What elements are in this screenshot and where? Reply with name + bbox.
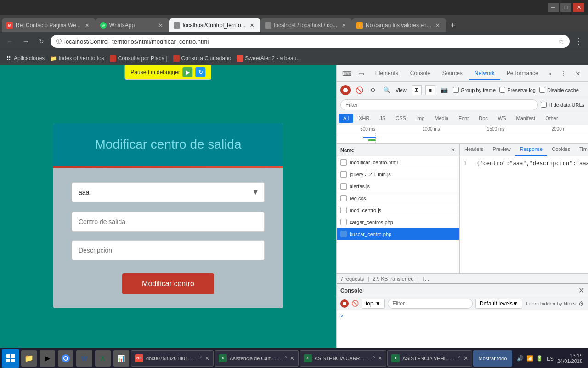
new-tab-button[interactable]: + (446, 18, 460, 32)
resp-tab-response[interactable]: Response (515, 144, 548, 156)
chrome-taskbar[interactable] (58, 350, 74, 367)
console-clear-button[interactable]: 🚫 (351, 300, 359, 307)
tab-localhost-co[interactable]: localhost / localhost / co... ✕ (260, 18, 352, 32)
media-player-taskbar[interactable]: ▶ (40, 350, 55, 367)
console-filter-input[interactable] (388, 299, 473, 309)
console-input[interactable] (346, 313, 584, 319)
tab-whatsapp[interactable]: W WhatsApp ✕ (96, 18, 169, 32)
bookmark-icon[interactable]: ☆ (558, 38, 564, 45)
taskbar-pdf-close[interactable]: ✕ (205, 355, 209, 362)
disable-cache-label[interactable]: Disable cache (539, 87, 579, 93)
resp-tab-cookies[interactable]: Cookies (547, 144, 575, 156)
bookmark-aplicaciones[interactable]: ⠿ Aplicaciones (6, 55, 45, 62)
step-button[interactable]: ↻ (196, 67, 206, 77)
group-by-frame-label[interactable]: Group by frame (453, 87, 496, 93)
filter-icon[interactable]: ⚙ (368, 85, 378, 95)
reload-button[interactable]: ↻ (35, 35, 48, 48)
nf-tab-doc[interactable]: Doc (474, 114, 492, 123)
maximize-button[interactable]: □ (560, 3, 571, 12)
taskbar-excel3-button[interactable]: X ASISTENCIA VEHI....xlsx ^ ✕ (387, 350, 472, 367)
console-record-button[interactable] (340, 299, 349, 308)
word-taskbar[interactable]: W (76, 350, 92, 367)
close-detail-button[interactable]: ✕ (451, 147, 455, 153)
preserve-log-checkbox[interactable] (499, 87, 505, 93)
nf-tab-ws[interactable]: WS (493, 114, 511, 123)
nf-tab-font[interactable]: Font (454, 114, 473, 123)
bookmark-index[interactable]: 📁 Index of /territorios (50, 55, 104, 62)
taskbar-pdf-button[interactable]: PDF doc007588201801....pdf ^ ✕ (131, 350, 214, 367)
disable-cache-checkbox[interactable] (539, 87, 545, 93)
devtools-device-icon[interactable]: ⌨ (340, 67, 353, 80)
preserve-log-label[interactable]: Preserve log (499, 87, 536, 93)
record-button[interactable] (340, 85, 351, 95)
taskbar-excel1-close[interactable]: ✕ (290, 355, 294, 362)
tab-localhost-control[interactable]: localhost/Control_territo... ✕ (169, 18, 260, 32)
nf-tab-all[interactable]: All (339, 114, 353, 123)
devtools-settings-icon[interactable]: ⋮ (557, 67, 570, 80)
tab-localhost-control-close[interactable]: ✕ (249, 22, 256, 29)
resume-button[interactable]: ▶ (183, 67, 193, 77)
taskbar-excel3-close[interactable]: ✕ (464, 355, 468, 362)
centro-salida-input[interactable] (72, 212, 265, 232)
bookmark-sweetalert[interactable]: SweetAlert2 - a beau... (237, 55, 301, 62)
file-row[interactable]: mod_centro.js (337, 204, 459, 216)
hide-data-urls-checkbox[interactable] (541, 102, 547, 108)
taskbar-pdf-expand[interactable]: ^ (200, 356, 202, 361)
file-row[interactable]: modificar_centro.html (337, 156, 459, 168)
nf-tab-media[interactable]: Media (430, 114, 453, 123)
tab-whatsapp-close[interactable]: ✕ (157, 22, 164, 29)
resp-tab-preview[interactable]: Preview (488, 144, 515, 156)
devtools-close-button[interactable]: ✕ (571, 67, 584, 80)
tab-localhost-co-close[interactable]: ✕ (340, 22, 347, 29)
console-levels-selector[interactable]: Default levels ▼ (475, 299, 522, 309)
address-bar[interactable]: ⓘ localhost/Control_territorios/html/mod… (51, 35, 570, 48)
devtools-more-tabs[interactable]: » (545, 69, 555, 79)
group-by-frame-checkbox[interactable] (453, 87, 459, 93)
console-close-button[interactable]: ✕ (578, 286, 584, 295)
console-settings-icon[interactable]: ⚙ (578, 300, 584, 307)
devtools-tab-elements[interactable]: Elements (370, 67, 404, 80)
file-row[interactable]: cargar_centros.php (337, 216, 459, 228)
devtools-dock-icon[interactable]: ▭ (355, 67, 368, 80)
network-filter-input[interactable] (340, 99, 538, 110)
resp-tab-timing[interactable]: Timing (575, 144, 588, 156)
taskbar-excel1-expand[interactable]: ^ (285, 356, 287, 361)
nf-tab-xhr[interactable]: XHR (354, 114, 374, 123)
modificar-centro-button[interactable]: Modificar centro (122, 273, 214, 294)
nf-tab-other[interactable]: Other (541, 114, 563, 123)
forward-button[interactable]: → (19, 35, 32, 48)
taskbar-excel2-button[interactable]: X ASISTENCIA CARR....xlsx ^ ✕ (300, 350, 387, 367)
hide-data-urls-label[interactable]: Hide data URLs (541, 102, 584, 108)
file-row[interactable]: jquery-3.2.1.min.js (337, 168, 459, 180)
nf-tab-manifest[interactable]: Manifest (512, 114, 540, 123)
resp-tab-headers[interactable]: Headers (460, 144, 488, 156)
start-button[interactable] (2, 349, 19, 368)
devtools-tab-performance[interactable]: Performance (501, 67, 544, 80)
taskbar-excel2-expand[interactable]: ^ (373, 356, 375, 361)
file-row[interactable]: alertas.js (337, 180, 459, 192)
tab-no-cargan-close[interactable]: ✕ (434, 22, 441, 29)
nf-tab-img[interactable]: Img (412, 114, 429, 123)
file-row-selected[interactable]: buscar_centro.php (337, 228, 459, 240)
minimize-button[interactable]: ─ (548, 3, 559, 12)
search-icon[interactable]: 🔍 (382, 85, 392, 95)
devtools-tab-console[interactable]: Console (405, 67, 436, 80)
tab-no-cargan[interactable]: ! No cargan los valores en... ✕ (352, 18, 446, 32)
view-grid-button[interactable]: ⊞ (412, 85, 422, 95)
bookmark-consulta-ciudadano[interactable]: Consulta Ciudadano (173, 55, 232, 62)
bookmark-consulta-placa[interactable]: Consulta por Placa | (110, 55, 168, 62)
clear-network-button[interactable]: 🚫 (354, 85, 364, 95)
back-button[interactable]: ← (4, 35, 17, 48)
nf-tab-js[interactable]: JS (375, 114, 390, 123)
centro-select[interactable]: aaa (72, 182, 265, 202)
console-prompt-arrow[interactable]: > (340, 313, 344, 319)
taskbar-excel3-expand[interactable]: ^ (458, 356, 461, 361)
file-explorer-taskbar[interactable]: 📁 (21, 350, 37, 367)
excel-taskbar[interactable]: X (95, 350, 111, 367)
console-context-selector[interactable]: top ▼ (362, 299, 385, 309)
tab-gmail[interactable]: M Re: Contacto Pagina We... ✕ (2, 18, 96, 32)
devtools-tab-sources[interactable]: Sources (437, 67, 468, 80)
nf-tab-css[interactable]: CSS (391, 114, 411, 123)
another-app-taskbar[interactable]: 📊 (113, 350, 129, 367)
show-all-button[interactable]: Mostrar todo (473, 350, 513, 367)
